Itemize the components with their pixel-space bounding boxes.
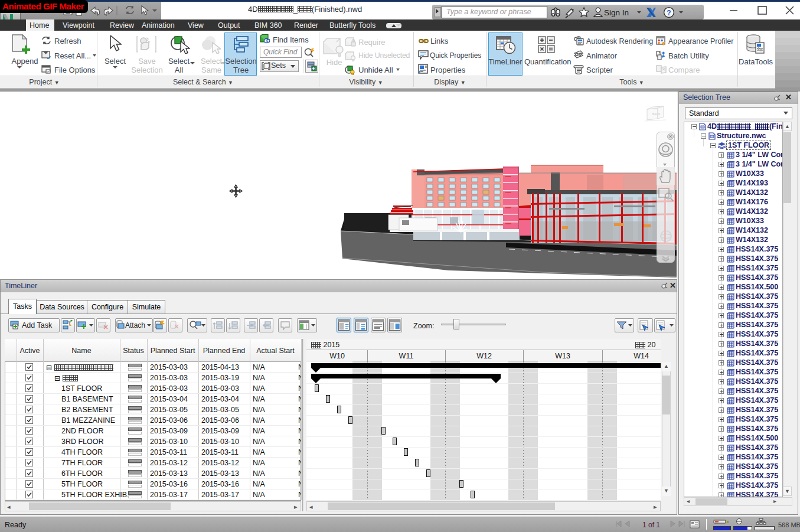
svg-text:Sign In: Sign In: [604, 8, 629, 17]
svg-text:Attach: Attach: [125, 321, 145, 329]
svg-text:BACK: BACK: [652, 112, 661, 116]
svg-text:?: ?: [667, 9, 671, 17]
svg-text:Add Task: Add Task: [22, 321, 53, 329]
svg-text:1 of 1: 1 of 1: [642, 521, 660, 529]
